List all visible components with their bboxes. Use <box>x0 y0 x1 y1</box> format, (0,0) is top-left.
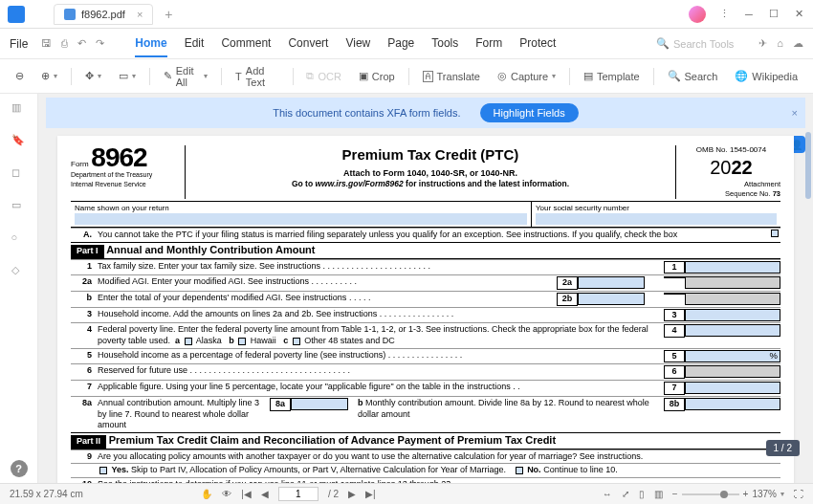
next-page-button[interactable]: ▶ <box>348 489 356 499</box>
close-button[interactable]: ✕ <box>792 8 805 21</box>
search-icon: 🔍 <box>656 37 670 50</box>
fit-width-icon[interactable]: ↔ <box>603 489 612 499</box>
f1[interactable] <box>685 261 780 274</box>
pdf-icon <box>64 9 76 20</box>
minimize-button[interactable]: ─ <box>742 8 756 21</box>
toolbar: ⊖ ⊕▾ ✥▾ ▭▾ ✎ Edit All▾ T Add Text ⧉ OCR … <box>0 59 813 94</box>
avatar[interactable] <box>689 6 706 23</box>
pdf-page: Form 8962 Department of the Treasury Int… <box>57 136 794 483</box>
tab-home[interactable]: Home <box>135 31 166 57</box>
search-panel-icon[interactable]: ○ <box>11 231 27 247</box>
document-tab[interactable]: f8962.pdf × <box>54 4 153 25</box>
maximize-button[interactable]: ☐ <box>767 8 780 21</box>
share-icon[interactable]: ✈ <box>758 37 767 50</box>
add-text-button[interactable]: T Add Text <box>231 63 282 90</box>
hand-mode-icon[interactable]: ✋ <box>201 489 212 499</box>
name-field[interactable] <box>75 213 527 225</box>
f2a[interactable] <box>578 276 645 289</box>
l7: Applicable figure. Using your line 5 per… <box>98 382 664 393</box>
fit-page-icon[interactable]: ⤢ <box>622 489 629 499</box>
file-menu[interactable]: File <box>10 37 28 51</box>
l10: See the instructions to determine if you… <box>98 479 780 483</box>
single-page-icon[interactable]: ▯ <box>639 489 645 499</box>
zoom-out-button[interactable]: ⊖ <box>11 68 28 84</box>
crop-button[interactable]: ▣ Crop <box>355 68 399 84</box>
home-icon[interactable]: ⌂ <box>777 37 783 50</box>
tab-form[interactable]: Form <box>475 31 502 57</box>
tab-convert[interactable]: Convert <box>288 31 328 57</box>
capture-button[interactable]: ◎ Capture▾ <box>494 68 560 84</box>
scrollbar[interactable] <box>805 132 811 199</box>
close-icon[interactable]: × <box>137 9 143 20</box>
ck-hi[interactable] <box>238 338 246 345</box>
zoom-in-button[interactable]: ⊕▾ <box>37 68 61 84</box>
f8b[interactable] <box>685 398 780 410</box>
form-title: Premium Tax Credit (PTC) <box>191 145 670 164</box>
wikipedia-button[interactable]: 🌐 Wikipedia <box>731 68 802 84</box>
redo-icon[interactable]: ↷ <box>96 37 104 50</box>
check-a[interactable] <box>771 230 779 237</box>
ssn-label: Your social security number <box>536 204 777 213</box>
translate-button[interactable]: 🄰 Translate <box>419 69 484 84</box>
ssn-field[interactable] <box>536 213 777 225</box>
cloud-icon[interactable]: ☁ <box>793 37 803 50</box>
f4[interactable] <box>685 324 780 337</box>
attachment-icon[interactable]: ▭ <box>11 199 27 214</box>
layers-icon[interactable]: ◇ <box>11 264 27 279</box>
read-mode-icon[interactable]: 👁 <box>222 489 231 499</box>
statusbar: 21.59 x 27.94 cm ✋ 👁 |◀ ◀ / 2 ▶ ▶| ↔ ⤢ ▯… <box>0 483 813 504</box>
ck9yes[interactable] <box>99 467 107 474</box>
first-page-button[interactable]: |◀ <box>241 489 252 499</box>
name-label: Name shown on your return <box>75 204 527 213</box>
ck-ak[interactable] <box>185 338 192 345</box>
hand-select-tool[interactable]: ✥▾ <box>81 68 105 84</box>
zoom-plus-icon[interactable]: + <box>743 489 749 499</box>
comment-panel-icon[interactable]: ◻ <box>11 166 27 182</box>
ck-other[interactable] <box>293 338 300 345</box>
tab-filename: f8962.pdf <box>81 9 125 20</box>
search-tools[interactable]: 🔍 Search Tools <box>656 37 734 50</box>
content-area: ▥ 🔖 ◻ ▭ ○ ◇ ? This document contains XFA… <box>0 94 813 483</box>
edit-all-button[interactable]: ✎ Edit All▾ <box>160 63 212 90</box>
prev-page-button[interactable]: ◀ <box>261 489 269 499</box>
banner-text: This document contains XFA form fields. <box>273 107 460 119</box>
zoom-minus-icon[interactable]: − <box>672 489 678 499</box>
tab-edit[interactable]: Edit <box>185 31 205 57</box>
help-button[interactable]: ? <box>11 460 28 477</box>
bookmark-icon[interactable]: 🔖 <box>11 134 27 149</box>
tab-tools[interactable]: Tools <box>431 31 458 57</box>
f8a[interactable] <box>291 398 348 410</box>
tab-view[interactable]: View <box>345 31 370 57</box>
search-button[interactable]: 🔍 Search <box>664 68 722 84</box>
part2-title: Premium Tax Credit Claim and Reconciliat… <box>109 434 556 446</box>
form-goto: Go to www.irs.gov/Form8962 for instructi… <box>191 179 670 189</box>
tab-protect[interactable]: Protect <box>519 31 556 57</box>
page-badge: 1 / 2 <box>766 440 800 456</box>
ck9no[interactable] <box>516 467 523 474</box>
f3[interactable] <box>685 309 780 321</box>
ocr-button[interactable]: ⧉ OCR <box>302 68 344 84</box>
last-page-button[interactable]: ▶| <box>365 489 376 499</box>
page-input[interactable] <box>278 487 319 501</box>
l8b: b Monthly contribution amount. Divide li… <box>348 398 664 420</box>
template-button[interactable]: ▤ Template <box>580 68 644 84</box>
save-icon[interactable]: 🖫 <box>41 37 52 50</box>
tab-page[interactable]: Page <box>387 31 414 57</box>
kebab-icon[interactable]: ⋮ <box>717 8 731 21</box>
tab-comment[interactable]: Comment <box>221 31 271 57</box>
f5[interactable]: % <box>685 350 780 362</box>
undo-icon[interactable]: ↶ <box>77 37 86 50</box>
highlight-fields-button[interactable]: Highlight Fields <box>480 103 579 122</box>
fullscreen-icon[interactable]: ⛶ <box>794 489 803 499</box>
l9: Are you allocating policy amounts with a… <box>98 451 780 463</box>
continuous-icon[interactable]: ▥ <box>654 489 663 499</box>
select-tool[interactable]: ▭▾ <box>115 68 140 84</box>
thumbnails-icon[interactable]: ▥ <box>11 101 27 117</box>
part2: Part II <box>71 435 106 449</box>
new-tab-button[interactable]: + <box>165 7 172 22</box>
f7[interactable] <box>685 382 780 394</box>
f2b[interactable] <box>578 293 645 305</box>
print-icon[interactable]: ⎙ <box>61 37 68 50</box>
banner-close-icon[interactable]: × <box>792 107 798 119</box>
zoom-slider[interactable] <box>682 493 739 495</box>
